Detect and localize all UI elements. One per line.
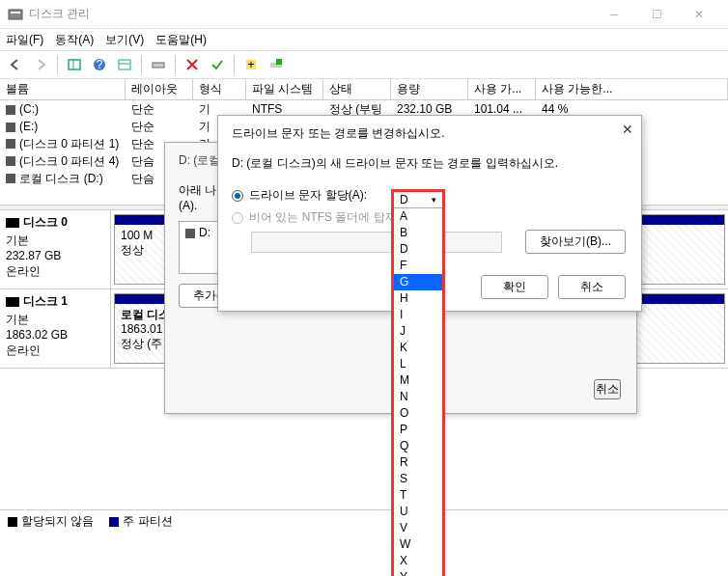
dropdown-item[interactable]: V bbox=[394, 520, 442, 536]
cancel-button[interactable]: 취소 bbox=[594, 379, 621, 399]
dropdown-item[interactable]: F bbox=[394, 258, 442, 274]
dropdown-item[interactable]: A bbox=[394, 208, 442, 225]
dropdown-item[interactable]: N bbox=[394, 389, 442, 405]
dropdown-item[interactable]: X bbox=[394, 553, 442, 569]
dropdown-item[interactable]: R bbox=[394, 454, 442, 471]
col-status[interactable]: 상태 bbox=[323, 79, 391, 99]
minimize-button[interactable]: ─ bbox=[593, 1, 635, 28]
legend-primary: 주 파티션 bbox=[123, 514, 172, 528]
maximize-button[interactable]: ☐ bbox=[635, 1, 678, 28]
help-icon[interactable]: ? bbox=[88, 53, 111, 76]
dialog2-message: D: (로컬 디스크)의 새 드라이브 문자 또는 경로를 입력하십시오. bbox=[232, 155, 628, 172]
legend: 할당되지 않음 주 파티션 bbox=[0, 509, 728, 533]
menubar: 파일(F) 동작(A) 보기(V) 도움말(H) bbox=[0, 29, 728, 50]
app-icon bbox=[8, 7, 23, 22]
dropdown-item[interactable]: Y bbox=[394, 569, 442, 576]
svg-text:?: ? bbox=[97, 58, 103, 71]
legend-unalloc-icon bbox=[8, 517, 17, 527]
col-layout[interactable]: 레이아웃 bbox=[126, 79, 193, 99]
menu-file[interactable]: 파일(F) bbox=[6, 32, 43, 48]
legend-unalloc: 할당되지 않음 bbox=[21, 514, 94, 528]
list-icon[interactable] bbox=[113, 53, 136, 76]
mount-path-input bbox=[251, 232, 502, 253]
svg-rect-2 bbox=[69, 60, 80, 69]
dropdown-item[interactable]: D bbox=[394, 241, 442, 258]
window-title: 디스크 관리 bbox=[29, 6, 593, 22]
option-mount-label: 비어 있는 NTFS 폴더에 탑재 bbox=[249, 209, 397, 226]
dropdown-item[interactable]: L bbox=[394, 356, 442, 372]
back-icon[interactable] bbox=[4, 53, 27, 76]
close-button[interactable]: ✕ bbox=[678, 1, 720, 28]
check-icon[interactable] bbox=[206, 53, 229, 76]
svg-rect-6 bbox=[119, 60, 130, 69]
svg-rect-1 bbox=[11, 12, 20, 14]
dropdown-item[interactable]: G bbox=[394, 274, 442, 290]
col-cap[interactable]: 용량 bbox=[391, 79, 468, 99]
svg-text:+: + bbox=[247, 58, 254, 71]
action-icon[interactable] bbox=[265, 53, 288, 76]
dialog2-title: 드라이브 문자 또는 경로를 변경하십시오. bbox=[232, 125, 628, 142]
dropdown-item[interactable]: Q bbox=[394, 438, 442, 454]
dropdown-item[interactable]: S bbox=[394, 471, 442, 487]
dropdown-item[interactable]: O bbox=[394, 405, 442, 422]
col-pct[interactable]: 사용 가능한... bbox=[536, 79, 728, 99]
titlebar: 디스크 관리 ─ ☐ ✕ bbox=[0, 0, 728, 29]
browse-button[interactable]: 찾아보기(B)... bbox=[525, 230, 626, 254]
dropdown-item[interactable]: W bbox=[394, 536, 442, 553]
dropdown-item[interactable]: U bbox=[394, 504, 442, 520]
option-assign-label: 드라이브 문자 할당(A): bbox=[249, 187, 367, 204]
drive-icon bbox=[185, 229, 195, 238]
chevron-down-icon: ▾ bbox=[432, 195, 436, 205]
dropdown-item[interactable]: P bbox=[394, 422, 442, 438]
menu-view[interactable]: 보기(V) bbox=[105, 32, 144, 48]
svg-rect-8 bbox=[153, 63, 164, 68]
new-icon[interactable]: + bbox=[239, 53, 263, 76]
menu-help[interactable]: 도움말(H) bbox=[155, 32, 207, 48]
dropdown-item[interactable]: H bbox=[394, 290, 442, 307]
dropdown-item[interactable]: M bbox=[394, 372, 442, 389]
col-volume[interactable]: 볼륨 bbox=[0, 79, 126, 99]
toolbar: ? + bbox=[0, 50, 728, 79]
menu-action[interactable]: 동작(A) bbox=[55, 32, 94, 48]
radio-icon bbox=[232, 190, 243, 202]
drive-icon[interactable] bbox=[147, 53, 170, 76]
dropdown-item[interactable]: I bbox=[394, 307, 442, 323]
col-free[interactable]: 사용 가... bbox=[468, 79, 536, 99]
panel-icon[interactable] bbox=[63, 53, 86, 76]
ok-button[interactable]: 확인 bbox=[481, 275, 548, 299]
dialog2-close-icon[interactable]: ✕ bbox=[622, 122, 633, 137]
cancel-button[interactable]: 취소 bbox=[558, 275, 626, 299]
list-item: D: bbox=[199, 226, 210, 239]
volume-grid-header: 볼륨 레이아웃 형식 파일 시스템 상태 용량 사용 가... 사용 가능한..… bbox=[0, 79, 728, 100]
dropdown-item[interactable]: K bbox=[394, 340, 442, 356]
col-fs[interactable]: 파일 시스템 bbox=[246, 79, 323, 99]
drive-letter-dropdown[interactable]: D▾ ABDFGHIJKLMNOPQRSTUVWXYZ bbox=[391, 189, 445, 576]
forward-icon[interactable] bbox=[29, 53, 52, 76]
dropdown-header[interactable]: D▾ bbox=[394, 192, 442, 208]
legend-primary-icon bbox=[109, 517, 119, 527]
delete-icon[interactable] bbox=[181, 53, 204, 76]
svg-rect-12 bbox=[276, 59, 282, 65]
dropdown-item[interactable]: T bbox=[394, 487, 442, 504]
svg-rect-0 bbox=[9, 10, 22, 19]
radio-icon bbox=[232, 212, 243, 224]
col-type[interactable]: 형식 bbox=[193, 79, 246, 99]
dropdown-item[interactable]: J bbox=[394, 323, 442, 340]
dropdown-item[interactable]: B bbox=[394, 225, 442, 241]
